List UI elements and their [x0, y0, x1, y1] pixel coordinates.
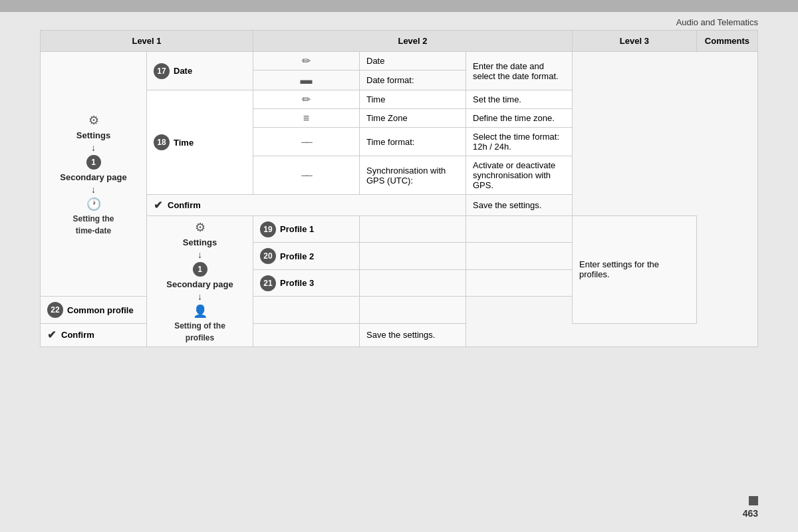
profiles-label: profiles	[186, 333, 214, 342]
level2-time-content: 18 Time	[154, 134, 246, 150]
comments-confirm2: Save the settings.	[360, 323, 466, 346]
badge-17: 17	[154, 63, 170, 79]
main-table: Level 1 Level 2 Level 3 Comments ⚙ Setti…	[40, 30, 758, 347]
footer-square	[749, 496, 758, 505]
settings-label: Settings	[76, 130, 110, 140]
col-comments: Comments	[696, 31, 757, 52]
comments-confirm1: Save the settings.	[466, 195, 573, 216]
level1-cell-section1: ⚙ Settings ↓ 1 Secondary page ↓ 🕐 Settin…	[41, 52, 147, 297]
clock-icon: 🕐	[86, 197, 101, 211]
badge-22: 22	[47, 302, 63, 318]
footer: 463	[743, 496, 758, 519]
level3-list-icon-cell: ≡	[253, 109, 360, 128]
table-row: ✔ Confirm Save the settings.	[41, 195, 758, 216]
page-number: 463	[743, 508, 758, 519]
level3-dash1-icon-cell: ──	[253, 128, 360, 156]
confirm1-label: Confirm	[168, 200, 201, 210]
level3-empty2	[360, 243, 466, 269]
arrow-icon-2: ↓	[91, 185, 96, 194]
level3-profile3-text	[466, 269, 573, 296]
arrow-icon-3: ↓	[198, 250, 202, 259]
header: Audio and Telematics	[0, 12, 798, 30]
badge-number-1-2: 1	[193, 262, 207, 277]
gear-icon: ⚙	[88, 113, 99, 128]
level2-confirm1-content: ✔ Confirm	[154, 199, 459, 211]
level3-empty4	[253, 297, 360, 323]
comments-sync: Activate or deactivate synchronisation w…	[466, 156, 573, 195]
level2-profile2-cell: 20 Profile 2	[253, 243, 360, 269]
person-icon: 👤	[193, 304, 207, 319]
level3-empty3	[360, 269, 466, 296]
level3-time-text: Time	[360, 90, 466, 109]
profile2-label: Profile 2	[280, 251, 314, 261]
level3-sync-text: Synchronisation with GPS (UTC):	[360, 156, 466, 195]
level2-commonprofile-cell: 22 Common profile	[41, 297, 147, 323]
level2-date-content: 17 Date	[154, 63, 246, 79]
level2-date-cell: 17 Date	[147, 52, 253, 90]
badge-18: 18	[154, 134, 170, 150]
bar-icon: ▬	[301, 73, 313, 86]
date-label: Date	[174, 66, 192, 76]
level3-profile1-text	[466, 216, 573, 243]
settings-label-2: Settings	[183, 237, 217, 247]
level3-dateformat-text: Date format:	[360, 70, 466, 90]
timedate-label: time-date	[76, 226, 111, 235]
badge-21: 21	[260, 275, 276, 291]
comments-time: Set the time.	[466, 90, 573, 109]
profile1-label: Profile 1	[280, 224, 314, 234]
time-label: Time	[174, 138, 194, 148]
dash-icon-1: ──	[301, 137, 311, 147]
badge-20: 20	[260, 248, 276, 264]
level2-commonprofile-content: 22 Common profile	[47, 302, 140, 318]
secondary-page-label-2: Secondary page	[166, 279, 233, 289]
level3-bar-icon-cell: ▬	[253, 70, 360, 90]
comments-profiles: Enter settings for the profiles.	[573, 216, 697, 324]
level3-pencil-icon-cell: ✏	[253, 52, 360, 70]
list-icon: ≡	[303, 112, 309, 124]
badge-number-1: 1	[86, 155, 101, 170]
level3-timezone-text: Time Zone	[360, 109, 466, 128]
table-row: 18 Time ✏ Time Set the time.	[41, 90, 758, 109]
gear-icon-2: ⚙	[195, 220, 205, 235]
level3-date-text: Date	[360, 52, 466, 70]
pencil-icon: ✏	[302, 55, 311, 66]
comments-timeformat: Select the time format: 12h / 24h.	[466, 128, 573, 156]
commonprofile-label: Common profile	[67, 305, 134, 315]
level2-confirm1-cell: ✔ Confirm	[147, 195, 466, 216]
confirm2-label: Confirm	[61, 330, 94, 340]
col-level3: Level 3	[573, 31, 697, 52]
col-level2: Level 2	[253, 31, 573, 52]
pencil-icon-2: ✏	[302, 94, 311, 105]
level3-pencil2-icon-cell: ✏	[253, 90, 360, 109]
secondary-page-label: Secondary page	[60, 172, 126, 182]
level2-profile1-content: 19 Profile 1	[260, 221, 352, 237]
main-content: Level 1 Level 2 Level 3 Comments ⚙ Setti…	[0, 30, 798, 347]
checkmark-icon-2: ✔	[47, 329, 56, 341]
arrow-icon-4: ↓	[198, 292, 202, 301]
level3-dash2-icon-cell: ──	[253, 156, 360, 195]
level1-icons-section1: ⚙ Settings ↓ 1 Secondary page ↓ 🕐 Settin…	[47, 113, 140, 235]
top-bar	[0, 0, 798, 12]
dash-icon-2: ──	[301, 170, 311, 180]
profile3-label: Profile 3	[280, 278, 314, 288]
level3-empty1	[360, 216, 466, 243]
badge-19: 19	[260, 221, 276, 237]
checkmark-icon-1: ✔	[154, 199, 162, 211]
level3-profile2-text	[466, 243, 573, 269]
level2-profile3-content: 21 Profile 3	[260, 275, 352, 291]
level2-time-cell: 18 Time	[147, 90, 253, 195]
setting-label: Setting the	[73, 214, 114, 223]
setting-of-label: Setting of the	[174, 321, 225, 331]
comments-date: Enter the date and select the date forma…	[466, 52, 573, 90]
comments-timezone: Define the time zone.	[466, 109, 573, 128]
header-title: Audio and Telematics	[676, 17, 758, 27]
level3-timeformat-text: Time format:	[360, 128, 466, 156]
level2-profile1-cell: 19 Profile 1	[253, 216, 360, 243]
level2-profile2-content: 20 Profile 2	[260, 248, 352, 264]
table-row: ⚙ Settings ↓ 1 Secondary page ↓ 🕐 Settin…	[41, 52, 758, 70]
level2-profile3-cell: 21 Profile 3	[253, 269, 360, 296]
col-level1: Level 1	[41, 31, 253, 52]
table-row: ⚙ Settings ↓ 1 Secondary page ↓ 👤 Settin…	[41, 216, 758, 243]
level3-commonprofile-text	[360, 297, 466, 323]
table-row: ✔ Confirm Save the settings.	[41, 323, 758, 346]
